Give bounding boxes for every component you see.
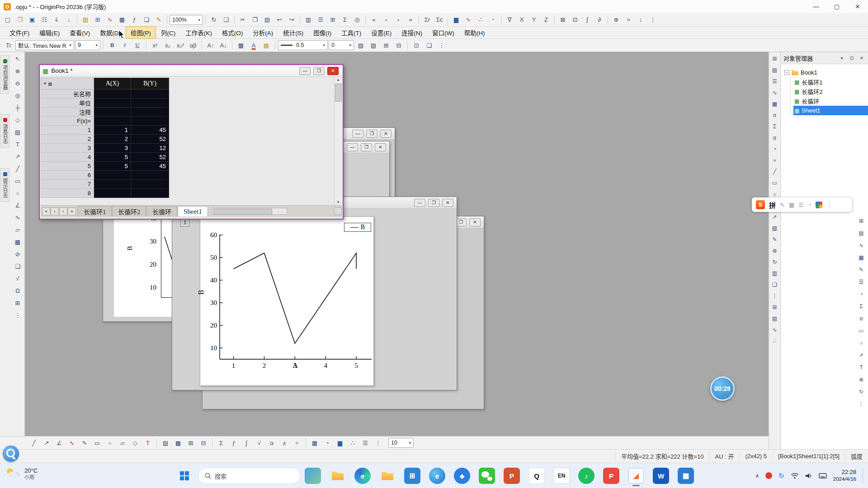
dock-line-icon[interactable]: ╱: [769, 168, 781, 176]
minimize-button[interactable]: —: [806, 0, 826, 13]
pie-plot-icon[interactable]: ◔: [487, 14, 499, 25]
minimize-button[interactable]: —: [347, 143, 358, 151]
table-row[interactable]: 1 1 45: [41, 126, 169, 135]
zoom-out-tool-icon[interactable]: ⊖: [12, 78, 24, 88]
project-explorer-icon[interactable]: ▥: [302, 14, 314, 25]
menu-item[interactable]: 设置(E): [366, 26, 396, 39]
results-log-icon[interactable]: Σ: [339, 14, 351, 25]
toolbox-icon[interactable]: ☰: [798, 202, 804, 208]
edge-add-icon[interactable]: ⊕: [855, 375, 867, 384]
function-icon[interactable]: ƒ: [228, 437, 240, 448]
sheet-tab[interactable]: Sheet1: [178, 206, 208, 216]
menu-item[interactable]: 图像(I): [308, 26, 336, 39]
paste-icon[interactable]: ▤: [261, 14, 273, 25]
layout-button[interactable]: ❏: [423, 40, 435, 51]
folder-button[interactable]: [379, 468, 396, 484]
offset-combo[interactable]: 0▾: [329, 40, 354, 50]
edge-text-icon[interactable]: T: [855, 363, 867, 371]
sync-icon[interactable]: ↻: [778, 472, 784, 480]
sqrt-icon[interactable]: √: [253, 437, 265, 448]
input-lang-button[interactable]: EN: [553, 468, 570, 484]
symbol-tool-icon[interactable]: Ω: [12, 286, 24, 296]
draw-curve-icon[interactable]: ∿: [66, 437, 78, 448]
dock-grid-icon[interactable]: ⊞: [769, 303, 781, 311]
fill-pattern-button[interactable]: ▨: [355, 40, 367, 51]
keyboard-icon[interactable]: ▦: [789, 202, 794, 208]
apps-gallery-icon[interactable]: ⊞: [327, 14, 339, 25]
sidebar-tab-hints-log[interactable]: 提示日志: [0, 168, 9, 202]
sort-icon[interactable]: ↕: [635, 14, 646, 25]
format-mode-icon[interactable]: Tr: [3, 40, 14, 51]
font-color-button[interactable]: A: [248, 40, 259, 51]
menu-item[interactable]: 工作表(K): [180, 26, 217, 39]
draw-parallelogram-icon[interactable]: ▱: [117, 437, 128, 448]
draw-polyline-icon[interactable]: ∠: [53, 437, 65, 448]
subsuperscript-button[interactable]: x₂²: [175, 40, 186, 51]
input-method-bar[interactable]: S 拼 ✎ ▦ ☰ ◔ ⋮: [752, 197, 852, 212]
close-button[interactable]: ✕: [847, 0, 868, 13]
stats-on-cols-icon[interactable]: Σc: [434, 14, 445, 25]
edge-pencil-icon[interactable]: ✎: [855, 266, 867, 274]
bold-button[interactable]: B: [106, 40, 118, 51]
more-icon[interactable]: ⋮: [826, 202, 832, 208]
vertical-scrollbar[interactable]: ▲ ▼: [334, 78, 342, 205]
workbook-window[interactable]: ▦ Book1 * — ❐ ✕ ▼ ▦ A(X) B(Y) 长名称: [39, 64, 344, 220]
data-selector-tool-icon[interactable]: ◇: [12, 115, 24, 125]
column-header-a[interactable]: A(X): [94, 78, 131, 89]
pattern-color-button[interactable]: ▧: [368, 40, 379, 51]
edge-list-icon[interactable]: ☰: [855, 278, 867, 286]
resize-grip[interactable]: [334, 207, 342, 215]
scatter-plot-icon[interactable]: ∴: [475, 14, 486, 25]
draw-arrow-icon[interactable]: ↗: [41, 437, 52, 448]
merge-cells-button[interactable]: ⊞: [380, 40, 392, 51]
sheet-tab[interactable]: 长循环1: [78, 206, 112, 216]
sheet-tab[interactable]: 长循环2: [112, 206, 146, 216]
close-button[interactable]: ✕: [380, 130, 392, 138]
underline-button[interactable]: U: [132, 40, 143, 51]
split-icon[interactable]: ⊟: [198, 437, 209, 448]
object-manager-icon[interactable]: ☰: [315, 14, 326, 25]
red-app-button[interactable]: P: [603, 468, 619, 484]
powerpoint-button[interactable]: P: [504, 468, 520, 484]
undo-icon[interactable]: ↩: [274, 14, 285, 25]
duplicate-icon[interactable]: ❑: [220, 14, 232, 25]
superscript-button[interactable]: x²: [149, 40, 161, 51]
new-matrix-icon[interactable]: ▦: [116, 14, 128, 25]
script-window-icon[interactable]: ◎: [351, 14, 363, 25]
ms-store-button[interactable]: ⊞: [404, 468, 420, 484]
floating-timer[interactable]: 00:28: [710, 376, 735, 401]
edge-refresh-icon[interactable]: ↻: [855, 388, 867, 396]
dock-pie-icon[interactable]: ◔: [769, 145, 781, 153]
border-button[interactable]: ▦: [235, 40, 247, 51]
decrease-font-button[interactable]: A↓: [217, 40, 229, 51]
merge-icon[interactable]: ⊞: [185, 437, 197, 448]
edge-alpha-icon[interactable]: α: [855, 314, 867, 323]
taskbar-weather[interactable]: 20°C 小雨: [5, 466, 38, 482]
dock-more-icon[interactable]: ⋮: [769, 292, 781, 300]
draw-line-icon[interactable]: ╱: [28, 437, 40, 448]
menu-item[interactable]: 格式(O): [217, 26, 248, 39]
italic-button[interactable]: I: [119, 40, 131, 51]
cut-icon[interactable]: ✂: [237, 14, 249, 25]
minimize-button[interactable]: —: [299, 67, 311, 75]
graph-window[interactable]: — ❐ ✕ 1 B 10203040506012345 A B: [172, 197, 457, 390]
data-reader-tool-icon[interactable]: ┼: [12, 103, 24, 113]
restore-button[interactable]: ❐: [428, 199, 439, 207]
dock-sigma-icon[interactable]: σ: [769, 111, 781, 119]
tree-expander-icon[interactable]: −: [784, 70, 789, 75]
sheet-nav-first[interactable]: «: [42, 207, 50, 216]
table-row[interactable]: 3 3 12: [41, 144, 169, 153]
sidebar-tab-messages-log[interactable]: 消息日志: [0, 114, 9, 148]
line-width-combo[interactable]: 0.5 ▾: [278, 40, 328, 50]
handwriting-icon[interactable]: ✎: [780, 202, 785, 208]
print-icon[interactable]: ☷: [38, 14, 50, 25]
open-project-icon[interactable]: ❐: [14, 14, 26, 25]
dock-notes2-icon[interactable]: ▤: [769, 314, 781, 323]
more-format-button[interactable]: ⋮: [436, 40, 448, 51]
redo-icon[interactable]: ↪: [286, 14, 297, 25]
equation-tool-icon[interactable]: √: [12, 273, 24, 283]
menu-item[interactable]: 文件(F): [5, 26, 34, 39]
dock-panel-icon[interactable]: ▥: [769, 269, 781, 277]
edge-circle-icon[interactable]: ○: [855, 339, 867, 347]
highlight-color-button[interactable]: ▩: [260, 40, 272, 51]
